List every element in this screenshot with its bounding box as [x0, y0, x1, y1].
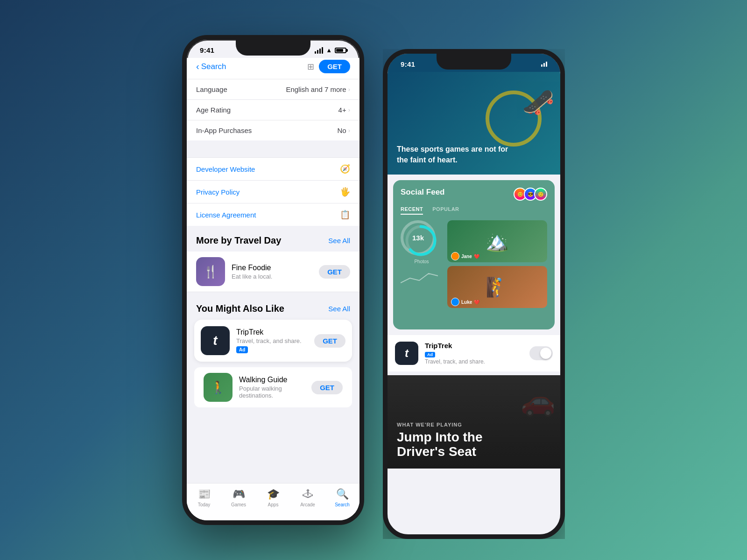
signal-icon: [315, 47, 323, 54]
fine-foodie-desc: Eat like a local.: [232, 273, 312, 280]
compass-icon: 🧭: [340, 164, 350, 174]
language-chevron-icon: ›: [348, 86, 350, 93]
luke-avatar: [451, 298, 459, 306]
status-icons-2: [541, 62, 547, 67]
age-rating-label: Age Rating: [196, 106, 231, 114]
age-rating-text: 4+: [338, 106, 346, 114]
privacy-policy-row[interactable]: Privacy Policy 🖐: [187, 181, 359, 203]
mountain-emoji: 🏔️: [486, 231, 509, 252]
drivers-title: Jump Into theDriver's Seat: [397, 430, 551, 459]
triptrek-toggle[interactable]: [529, 346, 553, 360]
jane-avatar: [451, 252, 459, 260]
in-app-chevron-icon: ›: [348, 127, 350, 134]
luke-likes: ❤️: [474, 300, 479, 305]
feed-photo-mountain: 🏔️ Jane ❤️: [447, 220, 547, 262]
drivers-banner: 🚗 WHAT WE'RE PLAYING Jump Into theDriver…: [388, 375, 560, 469]
info-section: Language English and 7 more › Age Rating…: [187, 79, 359, 140]
phone-2: 9:41 🛹 These sports games are not forthe…: [383, 49, 565, 539]
hiker-emoji: 🧗: [486, 276, 509, 298]
back-button[interactable]: ‹ Search: [196, 61, 226, 72]
content-scroll[interactable]: Language English and 7 more › Age Rating…: [187, 79, 359, 525]
tab-today[interactable]: 📰 Today: [187, 488, 221, 507]
tab-arcade-label: Arcade: [300, 502, 315, 507]
arcade-icon: 🕹: [303, 488, 313, 500]
age-rating-chevron-icon: ›: [348, 106, 350, 113]
tab-today-label: Today: [198, 502, 211, 507]
stat-circle: 13k: [401, 220, 436, 255]
triptrek-app-icon-2: t: [395, 342, 418, 365]
back-chevron-icon: ‹: [196, 61, 199, 72]
drivers-label: WHAT WE'RE PLAYING: [397, 422, 551, 427]
triptrek-desc: Travel, track, and share.: [236, 337, 308, 344]
fine-foodie-info: Fine Foodie Eat like a local.: [232, 264, 312, 280]
developer-website-row[interactable]: Developer Website 🧭: [187, 157, 359, 181]
in-app-value: No ›: [337, 126, 350, 134]
phone-1: 9:41 ▲ ‹ Search ⊞ GET: [182, 35, 364, 525]
fine-foodie-item: 🍴 Fine Foodie Eat like a local. GET: [187, 252, 359, 292]
walking-guide-get-button[interactable]: GET: [311, 381, 343, 394]
back-label[interactable]: Search: [201, 62, 226, 71]
notch: [236, 40, 310, 56]
triptrek-name: TripTrek: [236, 328, 308, 336]
hand-icon: 🖐: [340, 187, 350, 197]
triptrek-item: t TripTrek Travel, track, and share. Ad …: [194, 320, 352, 362]
jane-label: Jane: [461, 254, 472, 259]
in-app-label: In-App Purchases: [196, 126, 252, 134]
photo-user-jane: Jane ❤️: [451, 252, 479, 260]
list-icon[interactable]: ⊞: [307, 62, 314, 72]
phone2-screen: 🛹 These sports games are not forthe fain…: [388, 72, 560, 539]
social-tabs: RECENT POPULAR: [401, 206, 547, 215]
social-card-header: Social Feed 😊 😎 🙂: [401, 188, 547, 201]
triptrek-get-button[interactable]: GET: [314, 334, 345, 348]
tab-apps[interactable]: 🎓 Apps: [256, 488, 290, 507]
more-see-all[interactable]: See All: [328, 237, 350, 245]
also-like-see-all[interactable]: See All: [328, 305, 350, 313]
stat-label: Photos: [401, 259, 443, 264]
walking-guide-info: Walking Guide Popular walking destinatio…: [239, 376, 305, 399]
triptrek-ad-badge: Ad: [425, 352, 435, 357]
language-row: Language English and 7 more ›: [187, 79, 359, 100]
tab-recent[interactable]: RECENT: [401, 206, 423, 215]
privacy-policy-link[interactable]: Privacy Policy: [196, 188, 240, 196]
battery-icon: [335, 48, 346, 53]
language-label: Language: [196, 85, 227, 93]
status-time-2: 9:41: [401, 60, 415, 68]
language-text: English and 7 more: [286, 85, 346, 93]
social-content: 13k Photos 🏔️ Jane ❤️: [401, 220, 547, 308]
stat-ring-svg: [403, 223, 438, 258]
notch-2: [437, 54, 511, 70]
mini-chart: [401, 269, 438, 287]
tab-popular[interactable]: POPULAR: [432, 206, 459, 215]
triptrek-ad-name: TripTrek: [425, 342, 523, 350]
search-icon: 🔍: [336, 488, 349, 500]
jane-likes: ❤️: [474, 254, 479, 259]
fine-foodie-get-button[interactable]: GET: [319, 265, 350, 279]
social-left-col: 13k Photos: [401, 220, 443, 308]
avatar-3: 🙂: [534, 188, 547, 201]
signal-icon-2: [541, 62, 547, 67]
tab-games[interactable]: 🎮 Games: [221, 488, 256, 507]
more-section-header: More by Travel Day See All: [187, 226, 359, 252]
tab-apps-label: Apps: [268, 502, 279, 507]
license-agreement-row[interactable]: License Agreement 📋: [187, 203, 359, 226]
tab-bar-1: 📰 Today 🎮 Games 🎓 Apps 🕹 Arcade 🔍 Search: [187, 483, 359, 520]
license-agreement-link[interactable]: License Agreement: [196, 211, 256, 219]
photo-user-luke: Luke ❤️: [451, 298, 479, 306]
walking-guide-icon: 🚶: [204, 373, 233, 402]
walking-guide-name: Walking Guide: [239, 376, 305, 384]
developer-website-link[interactable]: Developer Website: [196, 165, 255, 173]
nav-actions: ⊞ GET: [307, 60, 350, 73]
triptrek-icon: t: [201, 326, 230, 355]
games-icon: 🎮: [233, 488, 245, 500]
tab-arcade[interactable]: 🕹 Arcade: [290, 488, 325, 507]
screen-1: Language English and 7 more › Age Rating…: [187, 79, 359, 525]
tab-search[interactable]: 🔍 Search: [325, 488, 359, 507]
language-value: English and 7 more ›: [286, 85, 350, 93]
status-icons-1: ▲: [315, 47, 346, 54]
triptrek-ad-info: TripTrek Ad Travel, track, and share.: [425, 342, 523, 365]
get-button-header[interactable]: GET: [319, 60, 350, 73]
tab-games-label: Games: [231, 502, 246, 507]
nav-header: ‹ Search ⊞ GET: [187, 58, 359, 79]
document-icon: 📋: [340, 210, 350, 220]
age-rating-row: Age Rating 4+ ›: [187, 100, 359, 120]
